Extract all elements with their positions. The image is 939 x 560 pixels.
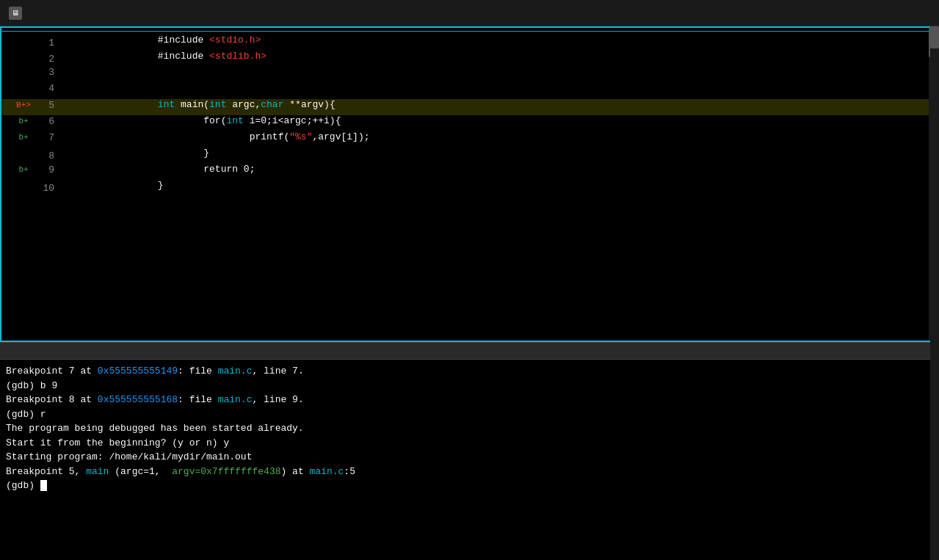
status-bar (0, 342, 939, 360)
terminal-line: Breakpoint 5, main (argc=1, argv=0x7ffff… (6, 465, 933, 479)
terminal-line: (gdb) r (6, 407, 933, 422)
line-gutter-1: 1 (1, 37, 60, 48)
minimize-button[interactable] (895, 12, 901, 15)
line-num-1: 1 (32, 37, 54, 48)
code-line-3: 3 (1, 67, 938, 83)
line-bp-6: b+ (16, 117, 31, 126)
titlebar: 🖥 (0, 0, 939, 26)
code-pane: 1 #include <stdio.h>2 #include <stdlib.h… (0, 26, 939, 342)
code-text-1: #include <stdio.h> (60, 34, 938, 46)
terminal-line: The program being debugged has been star… (6, 421, 933, 436)
line-num-5: 5 (32, 100, 54, 111)
code-line-4: 4 (1, 83, 938, 99)
code-line-10: 10 } (1, 180, 938, 196)
window-controls (895, 12, 930, 15)
code-line-5: B+>5 int main(int argc,char **argv){ (1, 99, 938, 115)
line-num-9: 9 (32, 164, 54, 175)
line-num-7: 7 (32, 132, 54, 143)
line-bp-5: B+> (16, 101, 31, 109)
line-gutter-4: 4 (1, 83, 60, 94)
terminal-line: Start it from the beginning? (y or n) y (6, 436, 933, 451)
close-button[interactable] (924, 12, 930, 15)
line-bp-7: b+ (16, 133, 31, 142)
code-line-1: 1 #include <stdio.h> (1, 34, 938, 51)
terminal-line: Breakpoint 8 at 0x555555555168: file mai… (6, 393, 933, 407)
line-num-6: 6 (32, 116, 54, 127)
line-num-4: 4 (32, 83, 54, 94)
code-text-7: printf("%s",argv[i]); (60, 131, 938, 142)
code-line-7: b+7 printf("%s",argv[i]); (1, 131, 938, 148)
terminal-line: (gdb) b 9 (6, 379, 933, 393)
line-gutter-6: b+6 (1, 116, 60, 127)
terminal-cursor (40, 480, 47, 491)
line-gutter-3: 3 (1, 67, 60, 78)
code-line-9: b+9 return 0; (1, 164, 938, 180)
code-line-2: 2 #include <stdlib.h> (1, 51, 938, 67)
line-bp-9: b+ (16, 165, 31, 174)
line-gutter-5: B+>5 (1, 100, 60, 111)
line-num-10: 10 (32, 183, 54, 194)
terminal-line: (gdb) (6, 479, 933, 493)
line-num-3: 3 (32, 67, 54, 78)
code-content: 1 #include <stdio.h>2 #include <stdlib.h… (1, 32, 938, 199)
app-icon: 🖥 (9, 7, 22, 20)
line-gutter-10: 10 (1, 183, 60, 194)
right-scrollbar[interactable] (930, 26, 939, 560)
line-gutter-9: b+9 (1, 164, 60, 175)
code-text-10: } (60, 180, 938, 191)
code-line-6: b+6 for(int i=0;i<argc;++i){ (1, 115, 938, 131)
code-text-9: return 0; (60, 164, 938, 175)
code-line-8: 8 } (1, 148, 938, 164)
terminal-pane[interactable]: Breakpoint 7 at 0x555555555149: file mai… (0, 360, 939, 560)
code-text-2: #include <stdlib.h> (60, 51, 938, 62)
terminal-line: Starting program: /home/kali/mydir/main.… (6, 450, 933, 465)
line-gutter-2: 2 (1, 54, 60, 65)
line-gutter-8: 8 (1, 150, 60, 161)
line-gutter-7: b+7 (1, 132, 60, 143)
maximize-button[interactable] (910, 12, 916, 15)
code-text-8: } (60, 148, 938, 159)
main-container: 1 #include <stdio.h>2 #include <stdlib.h… (0, 26, 939, 560)
code-text-6: for(int i=0;i<argc;++i){ (60, 115, 938, 126)
line-num-8: 8 (32, 150, 54, 161)
right-scrollbar-thumb[interactable] (930, 26, 939, 48)
terminal-line: Breakpoint 7 at 0x555555555149: file mai… (6, 364, 933, 379)
line-num-2: 2 (32, 54, 54, 65)
code-text-5: int main(int argc,char **argv){ (60, 99, 938, 110)
